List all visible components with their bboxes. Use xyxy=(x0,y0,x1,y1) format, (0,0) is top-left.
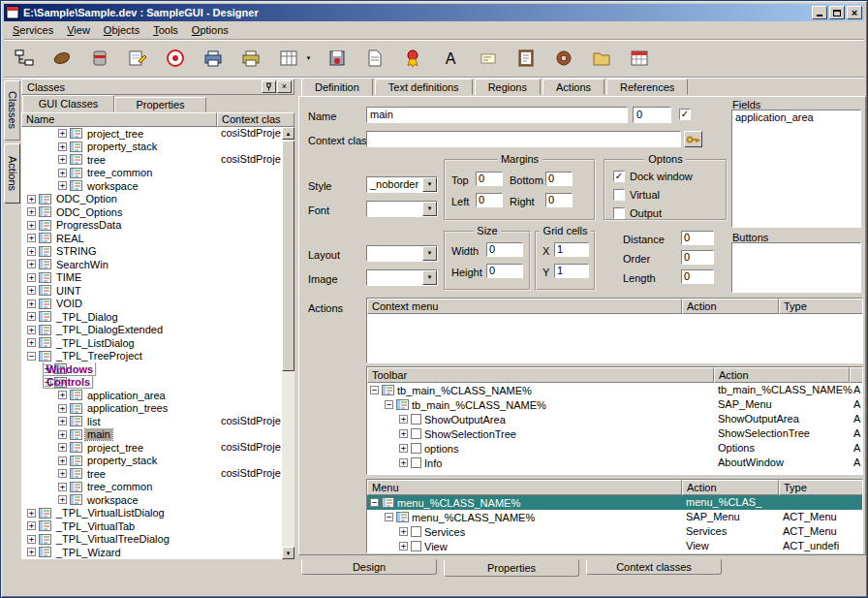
collapse-icon[interactable]: − xyxy=(370,498,379,507)
context-menu-table[interactable]: Context menuActionType xyxy=(366,298,863,363)
chevron-down-icon[interactable]: ▼ xyxy=(422,246,437,261)
tree-item-windows[interactable]: +Windows xyxy=(21,362,282,376)
expand-icon[interactable]: + xyxy=(58,142,67,151)
expand-icon[interactable]: + xyxy=(58,469,67,478)
bean-icon[interactable] xyxy=(47,44,77,73)
collapse-icon[interactable]: − xyxy=(27,352,36,361)
context-class-input[interactable] xyxy=(366,131,681,147)
table-row-showselectiontree[interactable]: +ShowSelectionTreeShowSelectionTreeA xyxy=(367,426,862,441)
expand-icon[interactable]: + xyxy=(27,509,36,518)
pin-button[interactable] xyxy=(262,80,276,93)
table-row-view[interactable]: +ViewViewACT_undefi xyxy=(367,539,862,553)
expand-icon[interactable]: + xyxy=(27,260,36,268)
column-header[interactable]: Action xyxy=(682,480,779,495)
context-class-key-button[interactable] xyxy=(684,131,702,147)
font-select[interactable]: ▼ xyxy=(366,201,438,217)
name-input[interactable]: main xyxy=(366,107,628,123)
tab-text-definitions[interactable]: Text definitions xyxy=(375,79,473,95)
expand-icon[interactable]: + xyxy=(399,542,408,551)
expand-icon[interactable]: + xyxy=(27,286,36,295)
expand-icon[interactable]: + xyxy=(27,207,36,216)
tree-item-progressdata[interactable]: +ProgressData xyxy=(21,219,282,233)
table-row-info[interactable]: +InfoAboutWindowA xyxy=(367,456,862,470)
expand-icon[interactable]: + xyxy=(58,181,67,190)
tree-item-time[interactable]: +TIME xyxy=(21,271,282,285)
table-row-showoutputarea[interactable]: +ShowOutputAreaShowOutputAreaA xyxy=(367,412,862,426)
table-row-services[interactable]: +ServicesServicesACT_Menu xyxy=(367,524,862,539)
column-header[interactable]: Type xyxy=(779,480,863,495)
order-input[interactable]: 0 xyxy=(681,250,714,265)
tree-item-string[interactable]: +STRING xyxy=(21,245,282,259)
tree-item-application-area[interactable]: +application_area xyxy=(21,389,282,402)
tree-item-tree-common[interactable]: +tree_common xyxy=(21,481,282,494)
tree-item-workspace[interactable]: +workspace xyxy=(21,179,282,193)
width-input[interactable]: 0 xyxy=(486,242,523,257)
tree-item-odc-option[interactable]: +ODC_Option xyxy=(21,193,282,206)
field-item[interactable]: application_area xyxy=(735,111,857,124)
expand-icon[interactable]: + xyxy=(27,326,36,334)
checkbox[interactable] xyxy=(613,189,625,201)
scroll-up-button[interactable]: ▲ xyxy=(282,127,294,140)
tree-item-workspace[interactable]: +workspace xyxy=(21,493,282,507)
tree-item-property-stack[interactable]: +property_stack xyxy=(21,455,282,468)
expand-icon[interactable]: + xyxy=(27,247,36,256)
checkbox[interactable] xyxy=(613,207,625,219)
minimize-button[interactable] xyxy=(812,6,827,19)
tree-item-searchwin[interactable]: +SearchWin xyxy=(21,258,282,271)
table-row-options[interactable]: +optionsOptionsA xyxy=(367,441,862,456)
tree-item-application-trees[interactable]: +application_trees xyxy=(21,402,282,416)
chevron-down-icon[interactable]: ▼ xyxy=(422,177,437,192)
bottom-tab-design[interactable]: Design xyxy=(301,559,437,575)
expand-icon[interactable]: + xyxy=(58,430,67,439)
layout-select[interactable]: ▼ xyxy=(366,245,438,262)
option-dock-window[interactable]: Dock window xyxy=(613,171,693,182)
expand-icon[interactable]: + xyxy=(58,391,67,399)
column-header-name[interactable]: Name xyxy=(21,112,217,127)
tab-properties[interactable]: Properties xyxy=(114,97,206,112)
document-icon[interactable] xyxy=(360,44,389,73)
expand-icon[interactable]: + xyxy=(27,221,36,230)
expand-icon[interactable]: + xyxy=(399,458,408,467)
tree-item-tpl-dialog[interactable]: +_TPL_Dialog xyxy=(21,310,282,324)
left-input[interactable]: 0 xyxy=(476,193,503,207)
close-button[interactable]: × xyxy=(847,6,862,19)
scroll-thumb[interactable] xyxy=(282,141,294,371)
tree-item-project-tree[interactable]: +project_treecosiStdProje xyxy=(21,441,282,455)
expand-icon[interactable]: + xyxy=(58,456,67,465)
column-header[interactable]: Type xyxy=(779,299,863,314)
expand-icon[interactable]: + xyxy=(58,169,67,177)
fields-listbox[interactable]: application_area xyxy=(731,110,861,228)
x-input[interactable]: 1 xyxy=(554,242,589,257)
target-icon[interactable] xyxy=(161,44,190,73)
side-tab-classes[interactable]: Classes xyxy=(4,80,20,141)
column-header-context-class[interactable]: Context clas xyxy=(217,112,294,127)
tree-item-tpl-virtuallistdialog[interactable]: +_TPL_VirtualListDialog xyxy=(21,507,282,520)
expand-icon[interactable]: + xyxy=(27,548,36,556)
tree-item-tpl-dialogextended[interactable]: +_TPL_DialogExtended xyxy=(21,324,282,337)
expand-icon[interactable]: + xyxy=(27,338,36,347)
tab-definition[interactable]: Definition xyxy=(301,78,373,96)
stamp-icon[interactable] xyxy=(398,44,427,73)
expand-icon[interactable]: + xyxy=(27,234,36,242)
font-icon[interactable]: A xyxy=(436,44,465,73)
y-input[interactable]: 1 xyxy=(554,264,589,278)
collapse-icon[interactable]: − xyxy=(370,386,379,394)
save-red-icon[interactable] xyxy=(323,44,352,73)
folder-icon[interactable] xyxy=(587,44,616,73)
tab-references[interactable]: References xyxy=(606,79,688,95)
column-header[interactable] xyxy=(850,367,863,383)
bottom-tab-properties[interactable]: Properties xyxy=(444,559,579,577)
menu-services[interactable]: Services xyxy=(6,22,60,38)
tree-item-tpl-virtualtreedialog[interactable]: +_TPL_VirtualTreeDialog xyxy=(21,533,282,547)
column-header[interactable]: Action xyxy=(714,367,850,383)
expand-icon[interactable]: + xyxy=(58,404,67,413)
toolbar-table[interactable]: ToolbarAction−tb_main_%CLASS_NAME%tb_mai… xyxy=(366,366,863,475)
image-select[interactable]: ▼ xyxy=(366,269,438,286)
tree-item-tpl-virtualtab[interactable]: +_TPL_VirtualTab xyxy=(21,519,282,533)
checkbox[interactable] xyxy=(613,171,625,182)
side-tab-actions[interactable]: Actions xyxy=(4,143,20,204)
distance-input[interactable]: 0 xyxy=(681,231,714,245)
bottom-input[interactable]: 0 xyxy=(545,172,573,186)
calendar-icon[interactable] xyxy=(625,44,654,73)
chevron-down-icon[interactable]: ▼ xyxy=(422,202,437,216)
